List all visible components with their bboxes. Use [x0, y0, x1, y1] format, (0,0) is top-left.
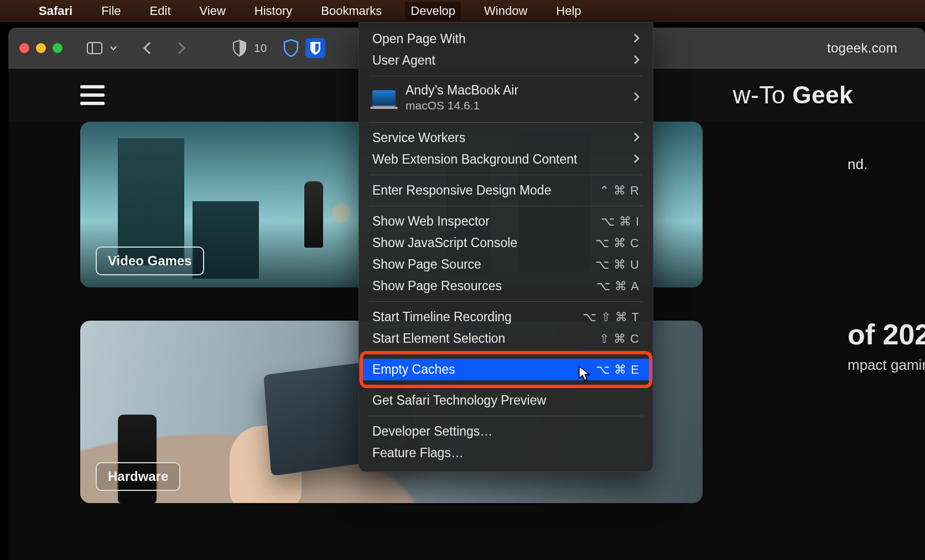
menu-empty-caches[interactable]: Empty Caches ⌥ ⌘ E	[359, 359, 653, 380]
chevron-right-icon	[633, 53, 640, 68]
menu-show-web-inspector[interactable]: Show Web Inspector ⌥ ⌘ I	[359, 211, 653, 232]
menu-item-label: Developer Settings…	[372, 424, 492, 439]
menu-item-label: User Agent	[372, 53, 435, 68]
menu-file[interactable]: File	[96, 2, 126, 20]
menu-responsive-design-mode[interactable]: Enter Responsive Design Mode ⌃ ⌘ R	[359, 180, 653, 201]
menu-history[interactable]: History	[249, 2, 298, 20]
menu-bookmarks[interactable]: Bookmarks	[315, 2, 387, 20]
menu-separator	[369, 385, 643, 385]
menu-separator	[369, 175, 643, 175]
back-button[interactable]	[140, 40, 155, 56]
device-name: Andy’s MacBook Air	[406, 83, 518, 98]
article-headline-peek: of 2024	[848, 318, 925, 351]
app-menu[interactable]: Safari	[33, 2, 78, 20]
svg-rect-0	[87, 43, 102, 54]
menu-separator	[369, 206, 643, 206]
secondary-shield-icon[interactable]	[283, 40, 299, 56]
article-text-peek: nd. of 2024 mpact gaming ma	[848, 122, 925, 374]
close-window-button[interactable]	[19, 43, 29, 53]
category-tag[interactable]: Video Games	[96, 247, 204, 275]
menu-start-element-selection[interactable]: Start Element Selection ⇧ ⌘ C	[359, 328, 653, 349]
mouse-cursor-icon	[579, 366, 592, 379]
menu-window[interactable]: Window	[479, 2, 533, 20]
menu-edit[interactable]: Edit	[144, 2, 176, 20]
menu-user-agent[interactable]: User Agent	[359, 50, 653, 71]
logo-text-1: w-To	[733, 81, 793, 108]
address-bar-text[interactable]: togeek.com	[827, 40, 897, 56]
menu-item-label: Open Page With	[372, 32, 466, 46]
article-subhead-peek: mpact gaming ma	[848, 357, 925, 374]
keyboard-shortcut: ⌥ ⇧ ⌘ T	[583, 310, 640, 325]
menu-service-workers[interactable]: Service Workers	[359, 127, 653, 149]
sidebar-toggle[interactable]	[87, 40, 121, 56]
menu-separator	[369, 354, 643, 354]
menu-develop[interactable]: Develop	[405, 2, 461, 20]
menu-developer-settings[interactable]: Developer Settings…	[359, 421, 653, 442]
category-tag[interactable]: Hardware	[96, 462, 180, 491]
menu-item-label: Feature Flags…	[372, 446, 464, 460]
device-os: macOS 14.6.1	[406, 99, 518, 112]
menu-separator	[369, 122, 643, 123]
menu-item-label: Start Element Selection	[372, 331, 505, 346]
menu-item-label: Show JavaScript Console	[372, 235, 517, 250]
menu-item-label: Show Web Inspector	[372, 214, 490, 229]
keyboard-shortcut: ⌥ ⌘ E	[596, 363, 640, 377]
chevron-right-icon	[633, 130, 640, 145]
menu-show-js-console[interactable]: Show JavaScript Console ⌥ ⌘ C	[359, 232, 653, 254]
logo-text-2: Geek	[792, 81, 853, 108]
keyboard-shortcut: ⇧ ⌘ C	[599, 332, 640, 346]
menu-item-label: Service Workers	[372, 130, 465, 145]
menu-web-extension-bg-content[interactable]: Web Extension Background Content	[359, 149, 653, 170]
sidebar-icon	[87, 40, 102, 56]
site-menu-button[interactable]	[80, 85, 105, 105]
chevron-right-icon	[633, 32, 640, 46]
menu-help[interactable]: Help	[550, 2, 586, 20]
minimize-window-button[interactable]	[36, 43, 46, 53]
menu-connected-device[interactable]: Andy’s MacBook Air macOS 14.6.1	[359, 81, 653, 118]
keyboard-shortcut: ⌥ ⌘ A	[596, 279, 640, 294]
chevron-right-icon	[633, 152, 640, 167]
window-controls	[19, 43, 63, 53]
menu-separator	[369, 76, 643, 76]
menu-show-page-resources[interactable]: Show Page Resources ⌥ ⌘ A	[359, 275, 653, 297]
menu-item-label: Start Timeline Recording	[372, 310, 512, 325]
macos-menubar: Safari File Edit View History Bookmarks …	[0, 0, 925, 22]
site-logo[interactable]: w-To Geek	[733, 81, 853, 109]
menu-get-safari-technology-preview[interactable]: Get Safari Technology Preview	[359, 390, 653, 411]
keyboard-shortcut: ⌥ ⌘ U	[595, 258, 640, 272]
menu-view[interactable]: View	[194, 2, 231, 20]
bitwarden-extension-icon[interactable]	[305, 38, 325, 58]
macbook-icon	[372, 90, 396, 106]
article-excerpt: nd.	[848, 155, 925, 174]
menu-item-label: Web Extension Background Content	[372, 152, 577, 167]
privacy-shield-icon[interactable]	[232, 40, 247, 56]
keyboard-shortcut: ⌥ ⌘ I	[601, 214, 640, 229]
menu-item-label: Empty Caches	[372, 362, 455, 377]
menu-item-label: Show Page Resources	[372, 279, 502, 294]
keyboard-shortcut: ⌃ ⌘ R	[599, 184, 640, 198]
menu-separator	[369, 301, 643, 302]
fullscreen-window-button[interactable]	[53, 43, 63, 53]
forward-button[interactable]	[173, 40, 189, 56]
menu-start-timeline-recording[interactable]: Start Timeline Recording ⌥ ⇧ ⌘ T	[359, 306, 653, 328]
menu-open-page-with[interactable]: Open Page With	[359, 28, 653, 50]
chevron-down-icon	[106, 40, 121, 56]
menu-separator	[369, 416, 643, 416]
menu-item-label: Enter Responsive Design Mode	[372, 183, 551, 198]
chevron-right-icon	[633, 90, 640, 105]
menu-feature-flags[interactable]: Feature Flags…	[359, 442, 653, 464]
menu-item-label: Get Safari Technology Preview	[372, 393, 546, 408]
develop-menu-dropdown: Open Page With User Agent Andy’s MacBook…	[358, 22, 653, 472]
keyboard-shortcut: ⌥ ⌘ C	[595, 236, 640, 250]
menu-item-label: Show Page Source	[372, 257, 481, 272]
menu-show-page-source[interactable]: Show Page Source ⌥ ⌘ U	[359, 254, 653, 275]
tracker-count: 10	[254, 41, 267, 55]
